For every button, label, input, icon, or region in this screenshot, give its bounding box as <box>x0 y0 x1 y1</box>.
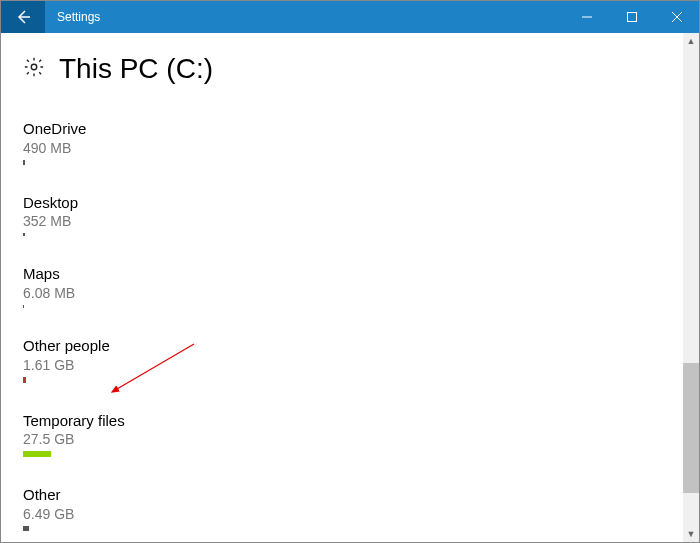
page-title: This PC (C:) <box>59 53 213 85</box>
category-label: OneDrive <box>23 119 677 139</box>
minimize-button[interactable] <box>564 1 609 33</box>
titlebar: Settings <box>1 1 699 33</box>
storage-category-other[interactable]: Other 6.49 GB <box>23 485 677 531</box>
svg-point-1 <box>31 64 37 70</box>
app-title: Settings <box>57 10 100 24</box>
minimize-icon <box>582 12 592 22</box>
close-button[interactable] <box>654 1 699 33</box>
category-label: Desktop <box>23 193 677 213</box>
usage-bar <box>23 377 26 383</box>
usage-bar <box>23 233 25 236</box>
usage-bar <box>23 305 24 308</box>
usage-bar <box>23 451 51 457</box>
category-size: 6.49 GB <box>23 505 677 523</box>
back-button[interactable] <box>1 1 45 33</box>
category-label: Other <box>23 485 677 505</box>
category-label: Temporary files <box>23 411 677 431</box>
storage-category-onedrive[interactable]: OneDrive 490 MB <box>23 119 677 165</box>
scroll-up-arrow-icon[interactable]: ▲ <box>683 33 699 49</box>
storage-category-temporary-files[interactable]: Temporary files 27.5 GB <box>23 411 677 458</box>
scroll-down-arrow-icon[interactable]: ▼ <box>683 526 699 542</box>
category-label: Maps <box>23 264 677 284</box>
storage-category-maps[interactable]: Maps 6.08 MB <box>23 264 677 308</box>
svg-rect-0 <box>627 13 636 22</box>
category-size: 490 MB <box>23 139 677 157</box>
window-controls <box>564 1 699 33</box>
page-header: This PC (C:) <box>23 53 677 85</box>
storage-category-desktop[interactable]: Desktop 352 MB <box>23 193 677 237</box>
category-size: 352 MB <box>23 212 677 230</box>
category-size: 1.61 GB <box>23 356 677 374</box>
scrollbar-thumb[interactable] <box>683 363 699 493</box>
maximize-icon <box>627 12 637 22</box>
usage-bar <box>23 526 29 531</box>
content-area: This PC (C:) OneDrive 490 MB Desktop 352… <box>1 33 699 542</box>
vertical-scrollbar[interactable]: ▲ ▼ <box>683 33 699 542</box>
category-label: Other people <box>23 336 677 356</box>
category-size: 27.5 GB <box>23 430 677 448</box>
back-arrow-icon <box>14 8 32 26</box>
close-icon <box>672 12 682 22</box>
category-size: 6.08 MB <box>23 284 677 302</box>
storage-category-other-people[interactable]: Other people 1.61 GB <box>23 336 677 383</box>
gear-icon <box>23 56 45 82</box>
maximize-button[interactable] <box>609 1 654 33</box>
usage-bar <box>23 160 25 165</box>
